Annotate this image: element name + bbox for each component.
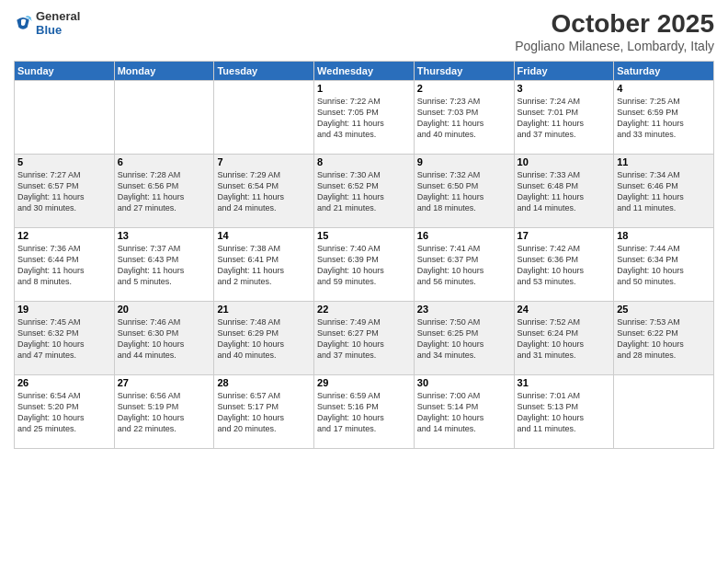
day-info: Sunrise: 7:32 AMSunset: 6:50 PMDaylight:… <box>417 169 511 214</box>
logo-icon <box>14 14 32 32</box>
day-info: Sunrise: 7:27 AMSunset: 6:57 PMDaylight:… <box>17 169 111 214</box>
calendar-row: 1Sunrise: 7:22 AMSunset: 7:05 PMDaylight… <box>15 81 714 155</box>
table-cell: 11Sunrise: 7:34 AMSunset: 6:46 PMDayligh… <box>614 155 714 228</box>
table-cell: 19Sunrise: 7:45 AMSunset: 6:32 PMDayligh… <box>15 302 115 375</box>
day-number: 23 <box>417 304 511 315</box>
day-info: Sunrise: 7:22 AMSunset: 7:05 PMDaylight:… <box>317 96 411 141</box>
page: General Blue October 2025 Pogliano Milan… <box>0 0 728 563</box>
day-info: Sunrise: 7:34 AMSunset: 6:46 PMDaylight:… <box>617 169 711 214</box>
day-number: 10 <box>518 156 611 167</box>
table-cell: 25Sunrise: 7:53 AMSunset: 6:22 PMDayligh… <box>614 302 714 375</box>
day-info: Sunrise: 7:36 AMSunset: 6:44 PMDaylight:… <box>17 243 111 288</box>
calendar-row: 12Sunrise: 7:36 AMSunset: 6:44 PMDayligh… <box>15 228 714 302</box>
table-cell: 8Sunrise: 7:30 AMSunset: 6:52 PMDaylight… <box>314 155 415 228</box>
table-cell: 6Sunrise: 7:28 AMSunset: 6:56 PMDaylight… <box>114 155 214 228</box>
day-info: Sunrise: 6:57 AMSunset: 5:17 PMDaylight:… <box>217 390 311 435</box>
day-number: 26 <box>17 377 111 388</box>
table-cell: 29Sunrise: 6:59 AMSunset: 5:16 PMDayligh… <box>314 375 415 449</box>
table-cell: 30Sunrise: 7:00 AMSunset: 5:14 PMDayligh… <box>414 375 514 449</box>
table-cell: 2Sunrise: 7:23 AMSunset: 7:03 PMDaylight… <box>414 81 514 155</box>
day-number: 16 <box>417 230 511 241</box>
table-cell: 1Sunrise: 7:22 AMSunset: 7:05 PMDaylight… <box>314 81 415 155</box>
day-info: Sunrise: 7:49 AMSunset: 6:27 PMDaylight:… <box>317 316 411 362</box>
day-info: Sunrise: 7:41 AMSunset: 6:37 PMDaylight:… <box>417 243 511 288</box>
day-info: Sunrise: 7:28 AMSunset: 6:56 PMDaylight:… <box>118 169 211 214</box>
location: Pogliano Milanese, Lombardy, Italy <box>515 39 714 53</box>
table-cell: 5Sunrise: 7:27 AMSunset: 6:57 PMDaylight… <box>15 155 115 228</box>
day-number: 18 <box>617 230 711 241</box>
day-number: 1 <box>317 83 411 94</box>
table-cell <box>114 81 214 155</box>
month-title: October 2025 <box>515 9 714 39</box>
calendar-table: Sunday Monday Tuesday Wednesday Thursday… <box>14 61 714 449</box>
day-info: Sunrise: 6:59 AMSunset: 5:16 PMDaylight:… <box>317 390 411 435</box>
day-info: Sunrise: 7:53 AMSunset: 6:22 PMDaylight:… <box>617 316 711 362</box>
day-number: 27 <box>118 377 211 388</box>
table-cell: 20Sunrise: 7:46 AMSunset: 6:30 PMDayligh… <box>114 302 214 375</box>
day-number: 25 <box>617 304 711 315</box>
logo-text: General Blue <box>36 9 80 37</box>
table-cell: 13Sunrise: 7:37 AMSunset: 6:43 PMDayligh… <box>114 228 214 302</box>
day-number: 7 <box>217 156 311 167</box>
day-number: 13 <box>118 230 211 241</box>
calendar-row: 5Sunrise: 7:27 AMSunset: 6:57 PMDaylight… <box>15 155 714 228</box>
table-cell: 10Sunrise: 7:33 AMSunset: 6:48 PMDayligh… <box>514 155 614 228</box>
day-info: Sunrise: 7:42 AMSunset: 6:36 PMDaylight:… <box>518 243 611 288</box>
day-info: Sunrise: 7:45 AMSunset: 6:32 PMDaylight:… <box>17 316 111 362</box>
table-cell: 27Sunrise: 6:56 AMSunset: 5:19 PMDayligh… <box>114 375 214 449</box>
calendar-header-row: Sunday Monday Tuesday Wednesday Thursday… <box>15 62 714 81</box>
col-thursday: Thursday <box>414 62 514 81</box>
day-number: 12 <box>17 230 111 241</box>
day-info: Sunrise: 6:54 AMSunset: 5:20 PMDaylight:… <box>17 390 111 435</box>
day-number: 31 <box>518 377 611 388</box>
logo-blue-text: Blue <box>36 23 80 37</box>
day-info: Sunrise: 7:48 AMSunset: 6:29 PMDaylight:… <box>217 316 311 362</box>
table-cell: 12Sunrise: 7:36 AMSunset: 6:44 PMDayligh… <box>15 228 115 302</box>
day-number: 29 <box>317 377 411 388</box>
day-info: Sunrise: 7:44 AMSunset: 6:34 PMDaylight:… <box>617 243 711 288</box>
day-info: Sunrise: 7:23 AMSunset: 7:03 PMDaylight:… <box>417 96 511 141</box>
title-block: October 2025 Pogliano Milanese, Lombardy… <box>515 9 714 53</box>
header: General Blue October 2025 Pogliano Milan… <box>14 9 714 53</box>
col-tuesday: Tuesday <box>214 62 314 81</box>
day-info: Sunrise: 7:30 AMSunset: 6:52 PMDaylight:… <box>317 169 411 214</box>
day-number: 6 <box>118 156 211 167</box>
table-cell: 28Sunrise: 6:57 AMSunset: 5:17 PMDayligh… <box>214 375 314 449</box>
day-number: 15 <box>317 230 411 241</box>
day-number: 20 <box>118 304 211 315</box>
table-cell: 17Sunrise: 7:42 AMSunset: 6:36 PMDayligh… <box>514 228 614 302</box>
col-saturday: Saturday <box>614 62 714 81</box>
day-info: Sunrise: 7:37 AMSunset: 6:43 PMDaylight:… <box>118 243 211 288</box>
day-number: 5 <box>17 156 111 167</box>
col-sunday: Sunday <box>15 62 115 81</box>
day-info: Sunrise: 7:40 AMSunset: 6:39 PMDaylight:… <box>317 243 411 288</box>
day-info: Sunrise: 7:33 AMSunset: 6:48 PMDaylight:… <box>518 169 611 214</box>
calendar-row: 19Sunrise: 7:45 AMSunset: 6:32 PMDayligh… <box>15 302 714 375</box>
day-info: Sunrise: 7:29 AMSunset: 6:54 PMDaylight:… <box>217 169 311 214</box>
table-cell: 18Sunrise: 7:44 AMSunset: 6:34 PMDayligh… <box>614 228 714 302</box>
day-number: 30 <box>417 377 511 388</box>
day-number: 28 <box>217 377 311 388</box>
table-cell: 23Sunrise: 7:50 AMSunset: 6:25 PMDayligh… <box>414 302 514 375</box>
day-info: Sunrise: 7:00 AMSunset: 5:14 PMDaylight:… <box>417 390 511 435</box>
day-number: 4 <box>617 83 711 94</box>
logo-general-text: General <box>36 9 80 23</box>
day-number: 14 <box>217 230 311 241</box>
day-info: Sunrise: 7:24 AMSunset: 7:01 PMDaylight:… <box>518 96 611 141</box>
col-monday: Monday <box>114 62 214 81</box>
day-number: 19 <box>17 304 111 315</box>
day-number: 24 <box>518 304 611 315</box>
day-number: 2 <box>417 83 511 94</box>
day-info: Sunrise: 7:46 AMSunset: 6:30 PMDaylight:… <box>118 316 211 362</box>
table-cell <box>614 375 714 449</box>
table-cell <box>15 81 115 155</box>
table-cell: 24Sunrise: 7:52 AMSunset: 6:24 PMDayligh… <box>514 302 614 375</box>
day-info: Sunrise: 7:38 AMSunset: 6:41 PMDaylight:… <box>217 243 311 288</box>
logo: General Blue <box>14 9 80 37</box>
day-number: 3 <box>518 83 611 94</box>
day-info: Sunrise: 7:50 AMSunset: 6:25 PMDaylight:… <box>417 316 511 362</box>
table-cell: 21Sunrise: 7:48 AMSunset: 6:29 PMDayligh… <box>214 302 314 375</box>
day-info: Sunrise: 7:25 AMSunset: 6:59 PMDaylight:… <box>617 96 711 141</box>
table-cell: 3Sunrise: 7:24 AMSunset: 7:01 PMDaylight… <box>514 81 614 155</box>
day-number: 8 <box>317 156 411 167</box>
